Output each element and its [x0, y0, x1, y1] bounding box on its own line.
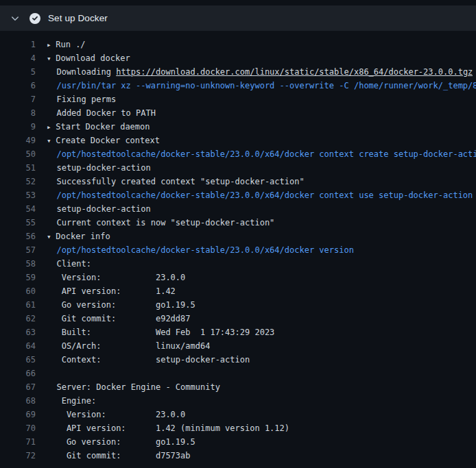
line-number[interactable]: 72	[0, 449, 36, 463]
line-number[interactable]: 50	[0, 147, 36, 161]
group-header[interactable]: ▸Run ./	[36, 38, 86, 51]
log-line: 50 /opt/hostedtoolcache/docker-stable/23…	[0, 147, 476, 161]
log-text: Go version: go1.19.5	[47, 437, 195, 447]
line-number[interactable]: 62	[0, 312, 36, 325]
log-line: 53 /opt/hostedtoolcache/docker-stable/23…	[0, 188, 476, 202]
group-expanded-icon[interactable]: ▾	[47, 52, 56, 65]
group-header[interactable]: ▾Download docker	[36, 51, 130, 65]
line-number[interactable]: 59	[0, 271, 36, 284]
log-line[interactable]: 56▾Docker info	[0, 230, 476, 243]
group-header[interactable]: ▾Docker info	[36, 230, 110, 243]
group-label[interactable]: Download docker	[56, 53, 130, 63]
log-text: Git commit: d7573ab	[47, 451, 191, 460]
group-label[interactable]: Run ./	[56, 40, 85, 49]
command-text: /opt/hostedtoolcache/docker-stable/23.0.…	[47, 190, 473, 200]
log-line: 5 Downloading https://download.docker.co…	[0, 65, 476, 79]
line-number[interactable]: 52	[0, 175, 36, 188]
log-text: Engine:	[47, 396, 96, 406]
log-line[interactable]: 9▸Start Docker daemon	[0, 120, 476, 134]
line-number[interactable]: 49	[0, 134, 36, 147]
step-title: Set up Docker	[48, 13, 108, 23]
line-number[interactable]: 4	[0, 51, 36, 65]
log-text: Fixing perms	[47, 95, 116, 104]
chevron-down-icon[interactable]	[10, 13, 21, 24]
group-label[interactable]: Start Docker daemon	[56, 122, 150, 132]
log-content: Added Docker to PATH	[36, 106, 156, 120]
command-text: /opt/hostedtoolcache/docker-stable/23.0.…	[47, 149, 476, 159]
log-content: API version: 1.42	[36, 284, 176, 298]
command-text: /opt/hostedtoolcache/docker-stable/23.0.…	[47, 245, 354, 255]
log-line: 68 Engine:	[0, 394, 476, 408]
line-number[interactable]: 8	[0, 106, 36, 120]
line-number[interactable]: 1	[0, 38, 36, 51]
line-number[interactable]: 56	[0, 230, 36, 243]
group-expanded-icon[interactable]: ▾	[47, 230, 56, 243]
line-number[interactable]: 71	[0, 435, 36, 449]
log-line: 57 /opt/hostedtoolcache/docker-stable/23…	[0, 243, 476, 257]
line-number[interactable]: 51	[0, 161, 36, 175]
group-header[interactable]: ▸Start Docker daemon	[36, 120, 150, 134]
line-number[interactable]: 58	[0, 257, 36, 271]
line-number[interactable]: 64	[0, 339, 36, 353]
line-number[interactable]: 6	[0, 79, 36, 93]
line-number[interactable]: 67	[0, 380, 36, 394]
log-line[interactable]: 49▾Create Docker context	[0, 134, 476, 147]
log-text: Context: setup-docker-action	[47, 355, 250, 365]
log-content: Successfully created context "setup-dock…	[36, 175, 305, 188]
group-collapsed-icon[interactable]: ▸	[47, 38, 56, 51]
log-line[interactable]: 4▾Download docker	[0, 51, 476, 65]
line-number[interactable]: 65	[0, 353, 36, 367]
log-line: 8 Added Docker to PATH	[0, 106, 476, 120]
log-content: Fixing perms	[36, 93, 116, 106]
log-content: Downloading https://download.docker.com/…	[36, 65, 473, 79]
log: 1▸Run ./4▾Download docker5 Downloading h…	[0, 31, 476, 463]
line-number[interactable]: 7	[0, 93, 36, 106]
log-text: Built: Wed Feb 1 17:43:29 2023	[47, 328, 274, 337]
log-content: Version: 23.0.0	[36, 408, 185, 421]
log-content: /opt/hostedtoolcache/docker-stable/23.0.…	[36, 147, 476, 161]
line-number[interactable]: 9	[0, 120, 36, 134]
log-text: Added Docker to PATH	[47, 108, 156, 118]
line-number[interactable]: 61	[0, 298, 36, 312]
log-text: Git commit: e92dd87	[47, 314, 191, 323]
line-number[interactable]: 57	[0, 243, 36, 257]
step-header[interactable]: Set up Docker	[0, 5, 476, 31]
log-content: Current context is now "setup-docker-act…	[36, 216, 274, 230]
log-line: 55 Current context is now "setup-docker-…	[0, 216, 476, 230]
log-text: setup-docker-action	[47, 163, 151, 173]
log-line: 64 OS/Arch: linux/amd64	[0, 339, 476, 353]
log-text: Successfully created context "setup-dock…	[47, 177, 305, 186]
log-link[interactable]: https://download.docker.com/linux/static…	[116, 67, 473, 77]
log-text: Go version: go1.19.5	[47, 300, 195, 310]
group-label[interactable]: Create Docker context	[56, 136, 160, 145]
log-content: Engine:	[36, 394, 96, 408]
log-line: 58 Client:	[0, 257, 476, 271]
log-line: 54 setup-docker-action	[0, 202, 476, 216]
line-number[interactable]: 55	[0, 216, 36, 230]
log-line: 66	[0, 367, 476, 380]
log-content: Version: 23.0.0	[36, 271, 185, 284]
group-header[interactable]: ▾Create Docker context	[36, 134, 160, 147]
group-expanded-icon[interactable]: ▾	[47, 134, 56, 147]
group-collapsed-icon[interactable]: ▸	[47, 121, 56, 134]
line-number[interactable]: 69	[0, 408, 36, 421]
log-content: setup-docker-action	[36, 202, 151, 216]
line-number[interactable]: 63	[0, 325, 36, 339]
log-text: Current context is now "setup-docker-act…	[47, 218, 274, 227]
line-number[interactable]: 54	[0, 202, 36, 216]
group-label[interactable]: Docker info	[56, 232, 110, 241]
log-text: Version: 23.0.0	[47, 410, 185, 419]
log-content: Context: setup-docker-action	[36, 353, 250, 367]
log-content: Go version: go1.19.5	[36, 298, 195, 312]
log-text: Client:	[47, 259, 91, 269]
log-line[interactable]: 1▸Run ./	[0, 38, 476, 51]
log-line: 65 Context: setup-docker-action	[0, 353, 476, 367]
log-line: 67 Server: Docker Engine - Community	[0, 380, 476, 394]
line-number[interactable]: 5	[0, 65, 36, 79]
line-number[interactable]: 70	[0, 421, 36, 435]
log-content: Git commit: e92dd87	[36, 312, 191, 325]
line-number[interactable]: 53	[0, 188, 36, 202]
line-number[interactable]: 66	[0, 367, 36, 380]
line-number[interactable]: 68	[0, 394, 36, 408]
line-number[interactable]: 60	[0, 284, 36, 298]
